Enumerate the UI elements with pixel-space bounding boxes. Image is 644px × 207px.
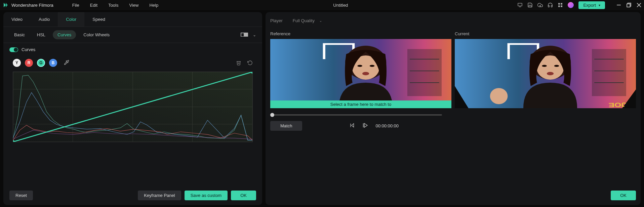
maximize-icon[interactable] — [627, 3, 631, 7]
preview-area: Reference Current — [266, 28, 641, 108]
menu-view[interactable]: View — [124, 3, 144, 8]
keyframe-panel-button[interactable]: Keyframe Panel — [138, 191, 181, 200]
svg-point-34 — [357, 65, 362, 67]
channel-r[interactable]: R — [25, 59, 33, 67]
quality-select[interactable]: Full Quality ⌄ — [289, 17, 325, 25]
svg-rect-3 — [558, 3, 560, 5]
player-header: Player Full Quality ⌄ — [266, 12, 641, 28]
export-button[interactable]: Export ▾ — [578, 1, 605, 9]
reference-preview[interactable]: Select a frame here to match to — [270, 39, 451, 108]
chevron-down-icon: ⌄ — [319, 19, 322, 23]
reset-button[interactable]: Reset — [9, 191, 33, 200]
timecode: 00:00:00:00 — [375, 123, 399, 128]
tab-color[interactable]: Color — [58, 12, 84, 27]
menu-help[interactable]: Help — [144, 3, 164, 8]
titlebar: Wondershare Filmora File Edit Tools View… — [0, 0, 644, 10]
chevron-down-icon[interactable]: ⌄ — [253, 33, 256, 37]
svg-rect-6 — [561, 5, 563, 7]
delete-icon[interactable] — [236, 60, 241, 66]
svg-marker-52 — [364, 123, 367, 127]
svg-point-35 — [370, 65, 375, 67]
tab-speed[interactable]: Speed — [84, 12, 113, 27]
tab-video[interactable]: Video — [3, 12, 31, 27]
subtab-color-wheels[interactable]: Color Wheels — [79, 30, 114, 39]
menu-file[interactable]: File — [67, 3, 85, 8]
save-icon[interactable] — [527, 2, 533, 8]
player-label: Player — [270, 18, 283, 23]
curves-section-title: Curves — [22, 47, 35, 52]
current-label: Current — [455, 31, 636, 36]
quality-value: Full Quality — [293, 18, 315, 23]
player-ok-button[interactable]: OK — [611, 191, 636, 200]
select-frame-banner: Select a frame here to match to — [270, 100, 451, 108]
apps-icon[interactable] — [558, 2, 563, 8]
svg-rect-4 — [561, 3, 563, 5]
channel-g[interactable]: G — [37, 59, 45, 67]
undo-icon[interactable] — [247, 60, 253, 66]
svg-point-45 — [554, 65, 559, 67]
curves-toggle[interactable] — [9, 47, 18, 52]
player-panel: Player Full Quality ⌄ Reference Current — [266, 12, 641, 205]
playback-row: Match 00:00:00:00 — [266, 119, 641, 133]
channel-y[interactable]: Y — [13, 59, 21, 67]
subtab-basic[interactable]: Basic — [9, 30, 30, 39]
play-icon[interactable] — [362, 122, 368, 129]
headphones-icon[interactable] — [548, 2, 553, 8]
eyedropper-icon[interactable] — [64, 60, 69, 66]
svg-rect-0 — [518, 3, 522, 6]
svg-rect-11 — [241, 33, 244, 36]
app-name: Wondershare Filmora — [11, 3, 53, 8]
main: Video Audio Color Speed Basic HSL Curves… — [0, 10, 644, 207]
svg-rect-38 — [592, 49, 626, 96]
svg-point-46 — [547, 72, 554, 75]
svg-rect-28 — [407, 49, 442, 96]
tab-audio[interactable]: Audio — [31, 12, 58, 27]
monitor-icon[interactable] — [517, 2, 523, 8]
svg-rect-8 — [627, 4, 630, 7]
user-avatar[interactable] — [568, 2, 574, 8]
menu-tools[interactable]: Tools — [103, 3, 124, 8]
svg-text:JOE: JOE — [608, 101, 626, 108]
svg-rect-5 — [558, 5, 560, 7]
curves-chart[interactable] — [13, 72, 253, 142]
svg-point-36 — [362, 72, 369, 75]
scrub-handle[interactable] — [270, 113, 274, 117]
menu-edit[interactable]: Edit — [85, 3, 103, 8]
main-tabs: Video Audio Color Speed — [3, 12, 262, 27]
titlebar-right: Export ▾ — [517, 1, 641, 9]
left-bottom-bar: Reset Keyframe Panel Save as custom OK — [3, 186, 262, 205]
scrub-slider[interactable] — [270, 114, 442, 116]
color-panel: Video Audio Color Speed Basic HSL Curves… — [3, 12, 262, 205]
chevron-down-icon: ▾ — [599, 3, 600, 7]
right-ok-row: OK — [266, 186, 641, 205]
subtab-hsl[interactable]: HSL — [32, 30, 50, 39]
curves-section-header: Curves — [3, 43, 262, 56]
scrub-row — [266, 108, 641, 119]
minimize-icon[interactable] — [616, 3, 621, 7]
color-subtabs: Basic HSL Curves Color Wheels ⌄ — [3, 27, 262, 43]
export-label: Export — [583, 3, 596, 8]
reference-label: Reference — [270, 31, 451, 36]
cloud-icon[interactable] — [537, 2, 543, 8]
current-preview[interactable]: JOE — [455, 39, 636, 108]
ok-button[interactable]: OK — [231, 191, 256, 200]
save-as-custom-button[interactable]: Save as custom — [185, 191, 228, 200]
curves-channel-row: Y R G B — [3, 56, 262, 68]
svg-point-47 — [490, 88, 508, 104]
channel-b[interactable]: B — [49, 59, 57, 67]
app-logo-icon — [3, 2, 9, 8]
close-icon[interactable] — [637, 3, 641, 7]
document-title: Untitled — [164, 3, 517, 8]
svg-rect-12 — [245, 33, 248, 36]
compare-view-icon[interactable] — [241, 33, 248, 37]
svg-point-44 — [542, 65, 547, 67]
prev-frame-icon[interactable] — [349, 123, 355, 129]
subtab-curves[interactable]: Curves — [53, 30, 76, 39]
match-button[interactable]: Match — [270, 121, 302, 131]
window-controls — [616, 3, 641, 7]
